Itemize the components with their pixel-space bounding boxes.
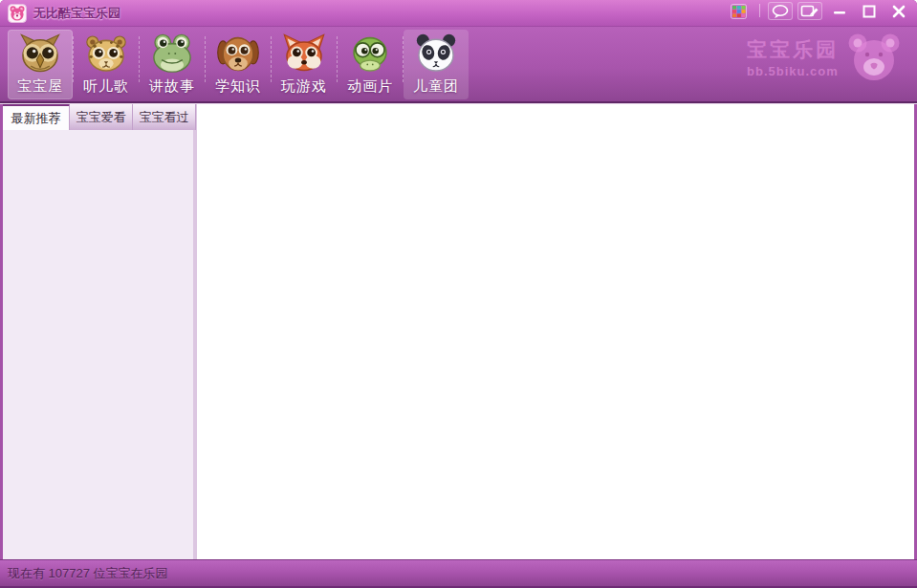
nav-item-cartoons[interactable]: 动画片 (338, 30, 403, 99)
nav-label: 听儿歌 (83, 77, 129, 96)
dog-icon (215, 33, 261, 75)
statusbar: 现在有 107727 位宝宝在乐园 (0, 559, 917, 588)
online-count-text: 现在有 107727 位宝宝在乐园 (8, 565, 168, 582)
nav-label: 学知识 (215, 77, 261, 96)
watermark-url: bb.5biku.com (747, 64, 839, 78)
watermark-title: 宝宝乐园 (747, 36, 839, 63)
window-title: 无比酷宝宝乐园 (33, 5, 120, 22)
titlebar-controls (727, 0, 911, 26)
maximize-button[interactable] (857, 2, 882, 20)
nav-item-kids-club[interactable]: 儿童团 (404, 30, 469, 99)
nav-label: 讲故事 (149, 77, 195, 96)
tab-favorites[interactable]: 宝宝爱看 (70, 103, 133, 130)
nav-item-songs[interactable]: 听儿歌 (74, 30, 139, 99)
fox-icon (281, 33, 327, 75)
app-bear-icon (8, 4, 27, 23)
content-area (197, 103, 914, 559)
app-window: 无比酷宝宝乐园 宝宝屋 听儿歌 讲故事 学知识 (0, 0, 917, 588)
close-button[interactable] (886, 2, 911, 20)
sidebar-list-area (3, 130, 193, 559)
feedback-button[interactable] (797, 2, 822, 20)
skin-button[interactable] (727, 2, 752, 20)
nav-label: 儿童团 (413, 77, 459, 96)
tab-latest[interactable]: 最新推荐 (3, 103, 70, 130)
owl-icon (17, 33, 63, 75)
minimize-button[interactable] (827, 2, 852, 20)
frog-icon (149, 33, 195, 75)
nav-item-baby-house[interactable]: 宝宝屋 (8, 30, 73, 99)
nav-label: 动画片 (347, 77, 393, 96)
panda-icon (413, 33, 459, 75)
sidebar: 最新推荐 宝宝爱看 宝宝看过 (3, 103, 197, 559)
duck-icon (347, 33, 393, 75)
main-toolbar: 宝宝屋 听儿歌 讲故事 学知识 玩游戏 动画片 儿童团 (0, 27, 917, 103)
leopard-icon (83, 33, 129, 75)
brand-watermark: 宝宝乐园 bb.5biku.com (747, 31, 904, 84)
nav-item-stories[interactable]: 讲故事 (140, 30, 205, 99)
bear-logo-icon (844, 31, 904, 84)
titlebar-separator (759, 4, 760, 17)
nav-label: 宝宝屋 (17, 77, 63, 96)
titlebar: 无比酷宝宝乐园 (0, 0, 917, 27)
sidebar-tabs: 最新推荐 宝宝爱看 宝宝看过 (3, 103, 193, 130)
body-row: 最新推荐 宝宝爱看 宝宝看过 (0, 103, 917, 559)
nav-item-games[interactable]: 玩游戏 (272, 30, 337, 99)
nav-label: 玩游戏 (281, 77, 327, 96)
tab-watched[interactable]: 宝宝看过 (133, 103, 196, 130)
chat-button[interactable] (768, 2, 793, 20)
nav-item-knowledge[interactable]: 学知识 (206, 30, 271, 99)
